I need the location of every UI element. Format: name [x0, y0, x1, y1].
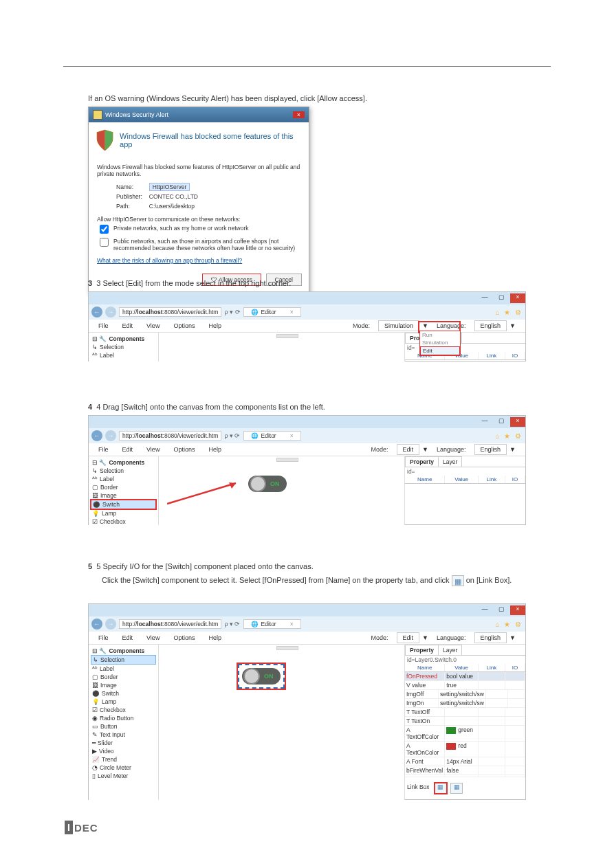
switch-component[interactable]: ON [248, 476, 287, 492]
link-box-button-2[interactable]: ▦ [450, 783, 463, 794]
dialog-banner-text: Windows Firewall has blocked some featur… [120, 132, 302, 148]
private-network-checkbox[interactable]: Private networks, such as my home or wor… [97, 225, 300, 236]
property-row[interactable]: A TextOffColorgreen [405, 726, 525, 742]
back-icon[interactable]: ← [91, 307, 102, 318]
body-text-intro: If an OS warning (Windows Security Alert… [88, 93, 526, 104]
property-row[interactable]: A Font14px Arial [405, 757, 525, 766]
switch-selected[interactable]: ON [238, 664, 285, 689]
brand-logo: IDEC [65, 821, 98, 834]
property-row[interactable]: ImgOffsetting/switch/sw [405, 690, 525, 699]
drag-handle-icon[interactable] [276, 334, 298, 338]
tree-root[interactable]: ⊟ 🔧 Components [91, 335, 156, 343]
tree-label[interactable]: ᴬᵇ Label [91, 351, 156, 359]
minimize-icon[interactable]: — [477, 293, 492, 303]
property-row[interactable]: T TextOn [405, 717, 525, 726]
property-row[interactable] [405, 775, 525, 777]
shield-icon [93, 110, 102, 120]
browser-window-1: —▢× ← → http://localhost:8080/viewer/edi… [88, 291, 526, 361]
step5a-text: 5 5 Specify I/O for the [Switch] compone… [88, 561, 526, 572]
language-select[interactable]: English [474, 320, 507, 331]
firewall-risks-link[interactable]: What are the risks of allowing an app th… [97, 257, 242, 264]
mode-dropdown[interactable]: Run Simulation Edit [419, 331, 461, 356]
prop-id: id=Layer0.Switch.0 [405, 656, 525, 664]
options-menu[interactable]: Options [168, 321, 200, 331]
path-value: C:\users\\desktop [146, 202, 201, 210]
link-box-icon: ▦ [452, 575, 464, 586]
name-label: Name: [113, 183, 145, 191]
link-box-button-highlighted[interactable]: ▦ [434, 782, 448, 794]
step5b-text: Click the [Switch] component to select i… [102, 575, 526, 586]
drag-arrow-icon [167, 480, 246, 505]
address-bar[interactable]: http://localhost:8080/viewer/edit.htm [119, 307, 221, 317]
step3-text: 3 3 Select [Edit] from the mode select i… [88, 278, 526, 289]
tree-selection-selected[interactable]: ↳ Selection [91, 655, 156, 665]
view-menu[interactable]: View [141, 321, 165, 331]
favorites-icons[interactable]: ⌂ ★ ⚙ [495, 309, 523, 316]
maximize-icon[interactable]: ▢ [494, 293, 509, 303]
file-menu[interactable]: File [93, 321, 114, 331]
horizontal-rule [63, 66, 551, 67]
close-icon[interactable]: × [510, 293, 525, 303]
tree-selection[interactable]: ↳ Selection [91, 343, 156, 351]
security-alert-dialog: Windows Security Alert × Windows Firewal… [88, 107, 309, 293]
publisher-value: CONTEC CO.,LTD [146, 192, 201, 201]
step4-text: 4 4 Drag [Switch] onto the canvas from t… [88, 401, 526, 413]
name-value: HttpIOServer [149, 183, 190, 191]
help-menu[interactable]: Help [203, 321, 227, 331]
allow-line: Allow HttpIOServer to communicate on the… [97, 216, 300, 223]
public-network-checkbox[interactable]: Public networks, such as those in airpor… [97, 238, 300, 252]
mode-select[interactable]: Simulation [378, 320, 419, 331]
svg-line-0 [167, 483, 236, 504]
tree-switch-selected[interactable]: ⚫ Switch [91, 500, 156, 509]
forward-icon[interactable]: → [105, 307, 116, 318]
shield-large-icon [96, 129, 114, 151]
path-label: Path: [113, 202, 145, 210]
property-row[interactable]: fOnPressedbool value [405, 672, 525, 681]
browser-window-2: —▢× ←→ http://localhost:8080/viewer/edit… [88, 415, 526, 525]
close-icon[interactable]: × [293, 111, 305, 118]
dialog-titlebar: Windows Security Alert × [89, 107, 309, 122]
dialog-title: Windows Security Alert [105, 111, 168, 118]
browser-window-3: —▢× ←→ http://localhost:8080/viewer/edit… [88, 603, 526, 800]
property-row[interactable]: A TextOnColorred [405, 742, 525, 757]
browser-tab[interactable]: 🌐 Editor× [243, 307, 301, 317]
link-box-label: Link Box [407, 783, 430, 790]
property-row[interactable]: ImgOnsetting/switch/sw [405, 699, 525, 708]
edit-menu[interactable]: Edit [117, 321, 139, 331]
property-row[interactable]: T TextOff [405, 708, 525, 717]
dialog-desc: Windows Firewall has blocked some featur… [97, 164, 300, 177]
property-row[interactable]: bFireWhenValfalse [405, 766, 525, 775]
property-row[interactable]: V valuetrue [405, 681, 525, 690]
publisher-label: Publisher: [113, 192, 145, 201]
